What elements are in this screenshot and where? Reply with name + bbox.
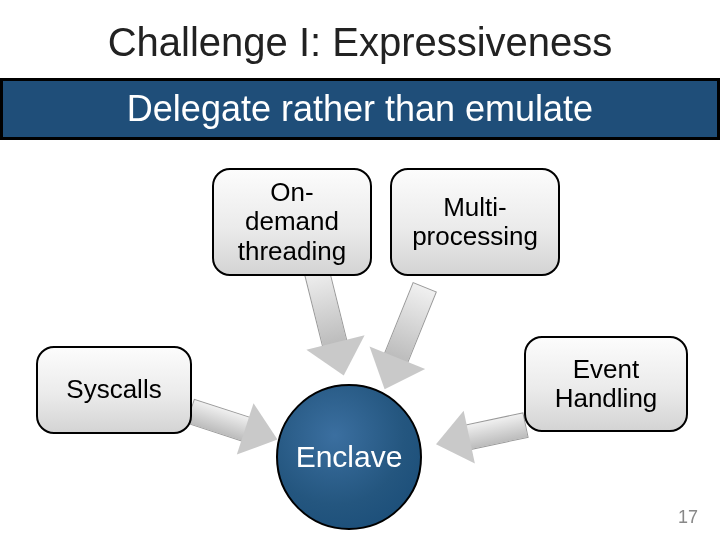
node-on-demand-threading: On-demandthreading	[212, 168, 372, 276]
node-event-handling: EventHandling	[524, 336, 688, 432]
banner-strip: Delegate rather than emulate	[0, 78, 720, 140]
slide: Challenge I: Expressiveness Delegate rat…	[0, 0, 720, 540]
node-label: EventHandling	[555, 355, 658, 413]
arrow-threading-to-enclave	[288, 261, 373, 382]
node-label: Multi-processing	[412, 193, 538, 251]
page-number: 17	[678, 507, 698, 528]
node-label: On-demandthreading	[238, 178, 346, 265]
slide-title: Challenge I: Expressiveness	[0, 20, 720, 65]
node-label: Enclave	[296, 440, 403, 474]
arrow-event-to-enclave	[423, 399, 532, 473]
node-label: Syscalls	[66, 375, 161, 404]
node-multiprocessing: Multi-processing	[390, 168, 560, 276]
node-syscalls: Syscalls	[36, 346, 192, 434]
node-enclave: Enclave	[276, 384, 422, 530]
banner-text: Delegate rather than emulate	[127, 88, 593, 130]
arrow-multiprocessing-to-enclave	[357, 276, 454, 400]
